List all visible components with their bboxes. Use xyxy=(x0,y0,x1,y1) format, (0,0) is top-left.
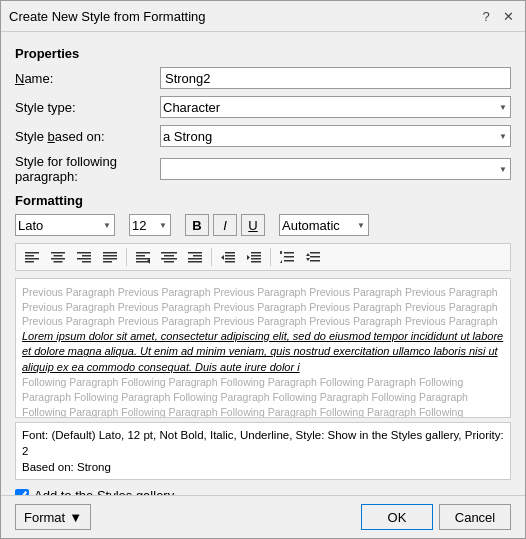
svg-rect-6 xyxy=(51,258,65,260)
description-text: Font: (Default) Lato, 12 pt, Not Bold, I… xyxy=(22,429,504,473)
svg-rect-27 xyxy=(188,258,202,260)
preview-box: Previous Paragraph Previous Paragraph Pr… xyxy=(15,278,511,418)
alignment-toolbar xyxy=(15,243,511,271)
svg-rect-46 xyxy=(310,256,320,258)
name-label-text: ame: xyxy=(24,71,53,86)
italic-button[interactable]: I xyxy=(213,214,237,236)
svg-rect-12 xyxy=(103,252,117,254)
name-label: Name: xyxy=(15,71,160,86)
close-button[interactable]: ✕ xyxy=(499,7,517,25)
svg-rect-15 xyxy=(103,261,112,263)
separator-1 xyxy=(126,248,127,266)
ok-cancel-group: OK Cancel xyxy=(361,504,511,530)
style-following-label: Style for following paragraph: xyxy=(15,154,160,184)
svg-rect-7 xyxy=(54,261,63,263)
svg-rect-30 xyxy=(225,255,235,257)
name-input[interactable] xyxy=(160,67,511,89)
svg-rect-14 xyxy=(103,258,117,260)
svg-rect-31 xyxy=(225,258,235,260)
preview-sample-text: Lorem ipsum dolor sit amet, consectetur … xyxy=(22,329,504,375)
create-style-dialog: Create New Style from Formatting ? ✕ Pro… xyxy=(0,0,526,539)
style-type-select[interactable]: Character xyxy=(160,96,511,118)
options-section: Add to the Styles gallery Only in this d… xyxy=(15,488,511,495)
svg-rect-24 xyxy=(164,261,174,263)
svg-rect-40 xyxy=(284,256,294,258)
separator-2 xyxy=(211,248,212,266)
ok-button[interactable]: OK xyxy=(361,504,433,530)
font-select[interactable]: Lato xyxy=(15,214,115,236)
svg-rect-17 xyxy=(136,255,145,257)
align-left-button[interactable] xyxy=(20,247,44,267)
svg-marker-49 xyxy=(306,258,310,261)
svg-rect-13 xyxy=(103,255,117,257)
svg-rect-41 xyxy=(284,260,294,262)
svg-rect-5 xyxy=(54,255,63,257)
cancel-button[interactable]: Cancel xyxy=(439,504,511,530)
format-button-label: Format xyxy=(24,510,65,525)
svg-marker-44 xyxy=(280,260,282,263)
align-center-button[interactable] xyxy=(46,247,70,267)
svg-rect-2 xyxy=(25,258,39,260)
add-to-gallery-row: Add to the Styles gallery xyxy=(15,488,511,495)
svg-rect-23 xyxy=(161,258,177,260)
svg-rect-22 xyxy=(164,255,174,257)
distributed-left-button[interactable] xyxy=(131,247,155,267)
svg-rect-25 xyxy=(188,252,202,254)
svg-rect-37 xyxy=(251,261,261,263)
svg-rect-3 xyxy=(25,261,34,263)
add-to-gallery-label[interactable]: Add to the Styles gallery xyxy=(34,488,174,495)
size-select[interactable]: 12 xyxy=(129,214,171,236)
svg-rect-11 xyxy=(82,261,91,263)
svg-marker-33 xyxy=(221,255,224,260)
style-following-select[interactable] xyxy=(160,158,511,180)
svg-rect-29 xyxy=(225,252,235,254)
svg-rect-47 xyxy=(310,260,320,262)
svg-rect-34 xyxy=(251,252,261,254)
distributed-right-button[interactable] xyxy=(183,247,207,267)
name-label-underline: N xyxy=(15,71,24,86)
svg-rect-32 xyxy=(225,261,235,263)
style-based-label: Style based on: xyxy=(15,129,160,144)
size-select-wrapper: 12 xyxy=(129,214,171,236)
color-select[interactable]: Automatic xyxy=(279,214,369,236)
svg-rect-26 xyxy=(193,255,202,257)
style-based-row: Style based on: a Strong xyxy=(15,125,511,147)
name-row: Name: xyxy=(15,67,511,89)
line-spacing-button[interactable] xyxy=(275,247,299,267)
help-button[interactable]: ? xyxy=(477,7,495,25)
svg-marker-38 xyxy=(247,255,250,260)
color-select-wrapper: Automatic xyxy=(279,214,369,236)
paragraph-spacing-button[interactable] xyxy=(301,247,325,267)
formatting-label: Formatting xyxy=(15,193,511,208)
separator-3 xyxy=(270,248,271,266)
style-based-select-wrapper: a Strong xyxy=(160,125,511,147)
svg-rect-18 xyxy=(136,258,150,260)
underline-button[interactable]: U xyxy=(241,214,265,236)
svg-rect-1 xyxy=(25,255,34,257)
title-bar: Create New Style from Formatting ? ✕ xyxy=(1,1,525,32)
align-right-button[interactable] xyxy=(72,247,96,267)
description-box: Font: (Default) Lato, 12 pt, Not Bold, I… xyxy=(15,422,511,480)
decrease-indent-button[interactable] xyxy=(216,247,240,267)
style-type-row: Style type: Character xyxy=(15,96,511,118)
formatting-row-1: Lato 12 B I U Automatic xyxy=(15,214,511,236)
preview-following-text: Following Paragraph Following Paragraph … xyxy=(22,375,504,418)
properties-label: Properties xyxy=(15,46,511,61)
align-justify-button[interactable] xyxy=(98,247,122,267)
style-following-row: Style for following paragraph: xyxy=(15,154,511,184)
svg-rect-45 xyxy=(310,252,320,254)
bottom-buttons: Format ▼ OK Cancel xyxy=(1,495,525,538)
title-bar-controls: ? ✕ xyxy=(477,7,517,25)
style-based-select[interactable]: a Strong xyxy=(160,125,511,147)
format-button[interactable]: Format ▼ xyxy=(15,504,91,530)
dialog-title: Create New Style from Formatting xyxy=(9,9,206,24)
svg-rect-10 xyxy=(77,258,91,260)
bold-button[interactable]: B xyxy=(185,214,209,236)
svg-marker-48 xyxy=(306,253,310,256)
svg-rect-21 xyxy=(161,252,177,254)
svg-rect-39 xyxy=(284,252,294,254)
distributed-center-button[interactable] xyxy=(157,247,181,267)
preview-previous-text: Previous Paragraph Previous Paragraph Pr… xyxy=(22,285,504,329)
font-select-wrapper: Lato xyxy=(15,214,115,236)
increase-indent-button[interactable] xyxy=(242,247,266,267)
